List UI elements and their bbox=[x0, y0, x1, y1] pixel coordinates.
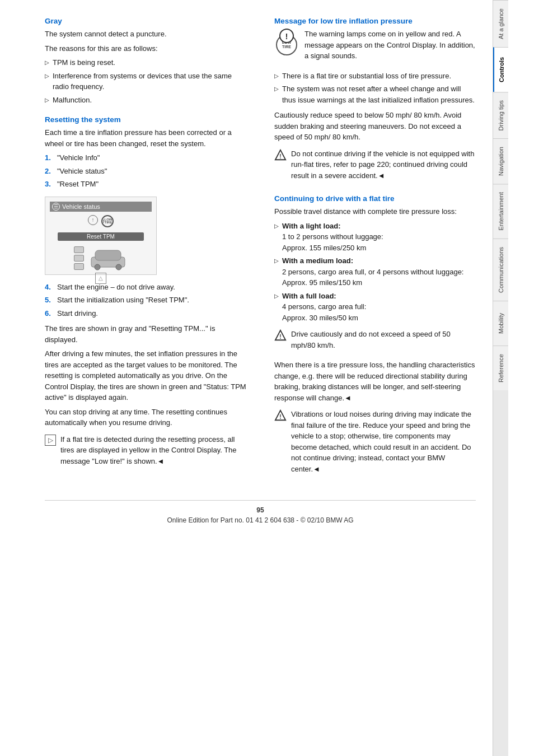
warning2-text: Drive cautiously and do not exceed a spe… bbox=[291, 329, 476, 351]
car-svg bbox=[88, 246, 128, 271]
gray-p2: The reasons for this are as follows: bbox=[45, 43, 246, 54]
flat-p2: When there is a tire pressure loss, the … bbox=[274, 360, 476, 403]
warning-triangle-icon-3: ! bbox=[274, 409, 287, 422]
pressure-bullets: There is a flat tire or substantial loss… bbox=[274, 71, 476, 106]
list-item: 3."Reset TPM" bbox=[45, 179, 246, 190]
list-item: The system was not reset after a wheel c… bbox=[274, 83, 476, 105]
reset-title: Resetting the system bbox=[45, 115, 246, 124]
after-p1: The tires are shown in gray and "Resetti… bbox=[45, 323, 246, 345]
tab-mobility[interactable]: Mobility bbox=[493, 301, 508, 346]
note-box: ▷ If a flat tire is detected during the … bbox=[45, 434, 246, 470]
tab-navigation[interactable]: Navigation bbox=[493, 138, 508, 184]
vs-control-2 bbox=[74, 255, 84, 262]
warning-box-1: ! Do not continue driving if the vehicle… bbox=[274, 148, 476, 185]
left-column: Gray The system cannot detect a puncture… bbox=[45, 17, 252, 483]
vs-car-section bbox=[74, 246, 128, 271]
right-column: Message for low tire inflation pressure … bbox=[269, 17, 476, 483]
gray-bullet-list: TPM is being reset. Interference from sy… bbox=[45, 57, 246, 105]
vs-control-3 bbox=[74, 263, 84, 270]
svg-text:!: ! bbox=[279, 414, 281, 420]
list-item: With a full load: 4 persons, cargo area … bbox=[274, 291, 476, 324]
after-p3: You can stop driving at any time. The re… bbox=[45, 407, 246, 428]
edition-text: Online Edition for Part no. 01 41 2 604 … bbox=[45, 516, 476, 524]
warning-box-3: ! Vibrations or loud noises during drivi… bbox=[274, 409, 476, 478]
list-item: With a light load: 1 to 2 persons withou… bbox=[274, 221, 476, 254]
vs-reset-tpm[interactable]: Reset TPM bbox=[58, 232, 144, 241]
list-item: 4.Start the engine – do not drive away. bbox=[45, 282, 246, 293]
svg-point-3 bbox=[116, 264, 121, 270]
more-steps: 4.Start the engine – do not drive away. … bbox=[45, 282, 246, 319]
vs-tire-icon: !LOWTIRE bbox=[101, 215, 114, 227]
list-item: 1."Vehicle Info" bbox=[45, 152, 246, 164]
flat-bullet-2-title: With a full load: bbox=[282, 292, 336, 300]
svg-text:!: ! bbox=[279, 334, 281, 340]
list-item: 6.Start driving. bbox=[45, 308, 246, 319]
list-item: With a medium load: 2 persons, cargo are… bbox=[274, 255, 476, 288]
flat-bullet-1-detail: 2 persons, cargo area full, or 4 persons… bbox=[282, 268, 463, 287]
flat-p1: Possible travel distance with complete t… bbox=[274, 206, 476, 217]
svg-rect-1 bbox=[95, 250, 121, 260]
list-item: Malfunction. bbox=[45, 95, 246, 106]
gray-p1: The system cannot detect a puncture. bbox=[45, 29, 246, 40]
vs-icon: ☰ bbox=[52, 203, 60, 211]
vs-circle-icon: ↑ bbox=[88, 215, 98, 225]
pressure-header: ! LOWTIRE The warning lamps come on in y… bbox=[274, 29, 476, 65]
warning-triangle-icon-2: ! bbox=[274, 329, 287, 342]
list-item: There is a flat tire or substantial loss… bbox=[274, 71, 476, 82]
gray-title: Gray bbox=[45, 17, 246, 25]
tab-controls[interactable]: Controls bbox=[493, 47, 508, 92]
vs-control-1 bbox=[74, 246, 84, 253]
caution-p1: Cautiously reduce speed to below 50 mph/… bbox=[274, 110, 476, 143]
note-text: If a flat tire is detected during the re… bbox=[60, 434, 246, 467]
tire-pressure-icon: ! LOWTIRE bbox=[274, 29, 299, 55]
reset-steps: 1."Vehicle Info" 2."Vehicle status" 3."R… bbox=[45, 152, 246, 190]
svg-text:!: ! bbox=[279, 153, 281, 159]
svg-point-2 bbox=[95, 264, 100, 270]
main-content: Gray The system cannot detect a puncture… bbox=[0, 0, 493, 756]
tab-at-a-glance[interactable]: At a glance bbox=[493, 0, 508, 47]
warning1-text: Do not continue driving if the vehicle i… bbox=[291, 148, 476, 181]
pressure-desc: The warning lamps come on in yellow and … bbox=[305, 29, 476, 62]
warning-triangle-icon: ! bbox=[274, 149, 287, 161]
list-item: Interference from systems or devices tha… bbox=[45, 71, 246, 92]
list-item: 2."Vehicle status" bbox=[45, 166, 246, 177]
vs-icons-row: ↑ !LOWTIRE bbox=[88, 215, 114, 227]
sidebar-tabs: At a glance Controls Driving tips Naviga… bbox=[493, 0, 508, 756]
flat-bullets: With a light load: 1 to 2 persons withou… bbox=[274, 221, 476, 324]
list-item: TPM is being reset. bbox=[45, 57, 246, 68]
vs-left-controls bbox=[74, 246, 84, 270]
tab-driving-tips[interactable]: Driving tips bbox=[493, 92, 508, 138]
flat-title: Continuing to drive with a flat tire bbox=[274, 194, 476, 203]
reset-p1: Each time a tire inflation pressure has … bbox=[45, 127, 246, 149]
page-footer: 95 Online Edition for Part no. 01 41 2 6… bbox=[45, 500, 476, 524]
page-number: 95 bbox=[45, 506, 476, 514]
tab-entertainment[interactable]: Entertainment bbox=[493, 184, 508, 238]
note-arrow-icon: ▷ bbox=[45, 435, 56, 446]
list-item: 5.Start the initialization using "Reset … bbox=[45, 295, 246, 306]
flat-bullet-2-detail: 4 persons, cargo area full:Approx. 30 mi… bbox=[282, 302, 366, 322]
vs-title-label: Vehicle status bbox=[62, 203, 100, 210]
flat-bullet-0-title: With a light load: bbox=[282, 222, 341, 230]
after-p2: After driving a few minutes, the set inf… bbox=[45, 348, 246, 403]
tab-reference[interactable]: Reference bbox=[493, 346, 508, 390]
vehicle-status-image: ☰ Vehicle status ↑ !LOWTIRE Reset TPM bbox=[45, 197, 157, 275]
pressure-title: Message for low tire inflation pressure bbox=[274, 17, 476, 25]
flat-bullet-0-detail: 1 to 2 persons without luggage:Approx. 1… bbox=[282, 232, 383, 252]
warning-box-2: ! Drive cautiously and do not exceed a s… bbox=[274, 329, 476, 354]
flat-bullet-1-title: With a medium load: bbox=[282, 256, 353, 265]
vs-menu: ↑ !LOWTIRE Reset TPM bbox=[50, 215, 152, 284]
warning3-text: Vibrations or loud noises during driving… bbox=[291, 409, 476, 474]
tab-communications[interactable]: Communications bbox=[493, 239, 508, 301]
